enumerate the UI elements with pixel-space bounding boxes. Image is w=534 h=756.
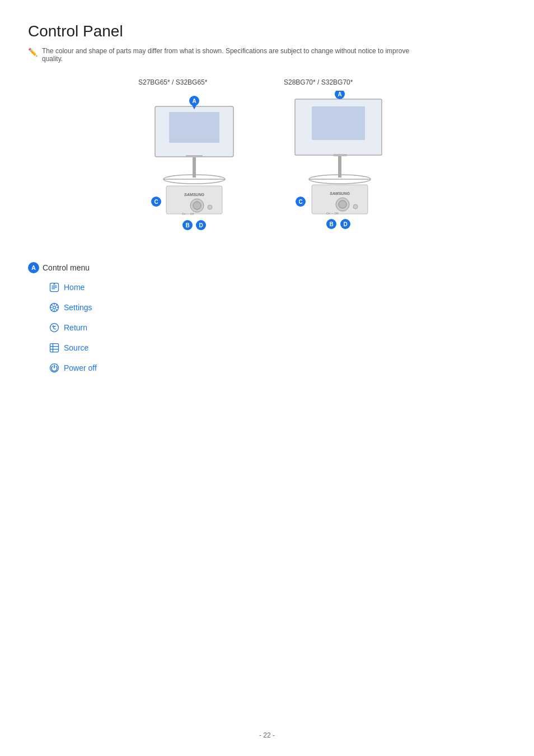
settings-label: Settings — [64, 303, 92, 312]
list-item-home: Home — [48, 281, 506, 293]
svg-text:B: B — [329, 221, 333, 227]
source-icon — [48, 342, 60, 354]
svg-text:A: A — [338, 91, 341, 97]
svg-text:SAMSUNG: SAMSUNG — [184, 193, 204, 197]
control-section: A Control menu Home — [28, 262, 506, 374]
svg-point-52 — [50, 324, 59, 332]
power-icon — [48, 362, 60, 374]
svg-rect-23 — [333, 154, 347, 156]
svg-line-48 — [51, 305, 53, 306]
settings-icon — [48, 301, 60, 314]
svg-text:C: C — [154, 199, 158, 205]
home-icon — [48, 281, 60, 293]
svg-line-49 — [57, 310, 58, 311]
svg-rect-22 — [312, 106, 365, 140]
diagrams-row: S27BG65* / S32BG65* SAMSUNG — [28, 78, 506, 242]
list-item-source: Source — [48, 342, 506, 354]
diagram-left-label: S27BG65* / S32BG65* — [138, 78, 207, 86]
svg-rect-53 — [50, 344, 59, 352]
diagram-right: S28BG70* / S32BG70* SAMSUNG — [284, 78, 396, 242]
badge-a: A — [28, 262, 39, 273]
svg-text:A: A — [192, 98, 196, 104]
return-label: Return — [64, 323, 87, 332]
diagram-right-label: S28BG70* / S32BG70* — [284, 78, 353, 86]
control-title: A Control menu — [28, 262, 506, 273]
diagram-left: S27BG65* / S32BG65* SAMSUNG — [138, 78, 250, 242]
svg-text:SAMSUNG: SAMSUNG — [330, 192, 350, 195]
svg-line-50 — [51, 310, 53, 311]
source-label: Source — [64, 343, 88, 352]
menu-list: Home Settings — [28, 281, 506, 374]
page-title: Control Panel — [28, 22, 506, 40]
return-icon — [48, 321, 60, 334]
svg-text:On ↔ Off: On ↔ Off — [326, 212, 339, 215]
diagram-right-svg: SAMSUNG On ↔ Off A B D C — [284, 91, 396, 242]
diagram-left-svg: SAMSUNG On ↔ Off A B D — [138, 91, 250, 242]
list-item-return: Return — [48, 321, 506, 334]
svg-point-30 — [339, 200, 346, 208]
svg-rect-2 — [186, 155, 203, 157]
note-text: The colour and shape of parts may differ… — [42, 47, 420, 63]
svg-point-9 — [193, 202, 201, 209]
svg-line-51 — [57, 305, 58, 306]
svg-point-10 — [208, 205, 212, 209]
note-block: ✏️ The colour and shape of parts may dif… — [28, 47, 420, 63]
home-label: Home — [64, 283, 85, 292]
power-off-label: Power off — [64, 363, 97, 372]
note-icon: ✏️ — [28, 48, 38, 57]
svg-rect-1 — [169, 112, 219, 143]
svg-point-43 — [53, 306, 56, 309]
svg-point-31 — [353, 204, 358, 209]
list-item-settings: Settings — [48, 301, 506, 314]
svg-text:D: D — [343, 221, 347, 227]
svg-text:C: C — [298, 199, 302, 205]
page-footer: - 22 - — [0, 731, 534, 739]
list-item-power-off: Power off — [48, 362, 506, 374]
svg-text:D: D — [199, 222, 203, 228]
control-menu-label: Control menu — [43, 263, 90, 272]
svg-text:B: B — [185, 222, 189, 228]
svg-text:On ↔ Off: On ↔ Off — [182, 212, 194, 216]
